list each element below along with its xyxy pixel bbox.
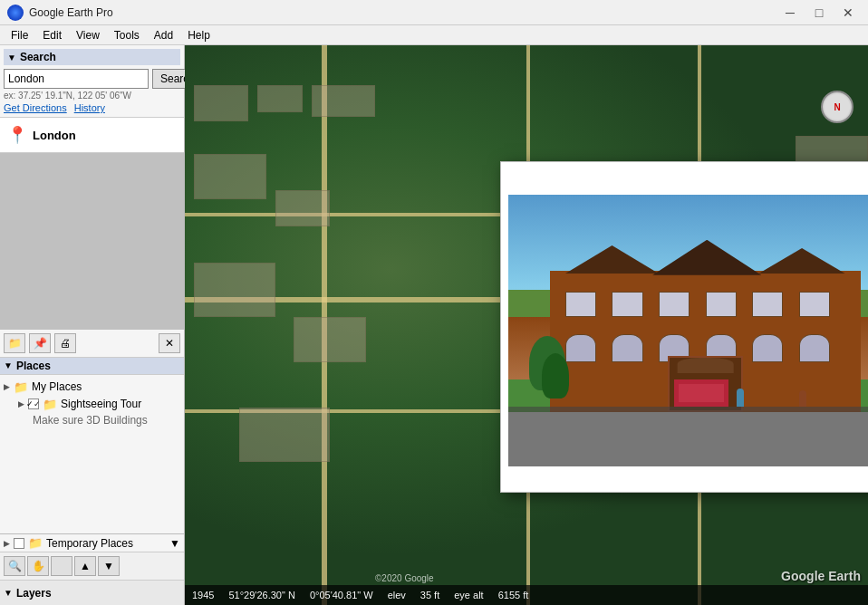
add-folder-button[interactable]: 📁 [4, 333, 25, 353]
app-title: Google Earth Pro [29, 6, 113, 19]
map-area[interactable]: ⊞ ⭐ ⬡ 〰 🖼 ⬟ 🌐 🏔 ✉ 🖨 📷 📏 🌍 [185, 45, 868, 605]
temp-folder-icon: 📁 [28, 536, 43, 550]
popup-image-area: ▲ ▼ [501, 187, 868, 474]
window-controls: ─ □ ✕ [777, 4, 861, 22]
my-places-label: My Places [32, 380, 82, 393]
block-7 [294, 317, 366, 362]
menu-file[interactable]: File [4, 27, 35, 43]
places-header[interactable]: ▼ Places [0, 358, 184, 375]
print-button[interactable]: 🖨 [54, 333, 76, 353]
menu-add[interactable]: Add [147, 27, 180, 43]
places-tree: ▶ 📁 My Places ▶ ✓ 📁 Sightseeing Tour Mak… [0, 375, 184, 534]
entrance-arch [677, 358, 734, 374]
menu-tools[interactable]: Tools [107, 27, 147, 43]
eye-alt-label: eye alt [454, 590, 483, 600]
left-panel: ▼ Search Search ex: 37.25' 19.1"N, 122 0… [0, 45, 185, 605]
temp-places-checkbox[interactable] [14, 538, 24, 549]
search-hint: ex: 37.25' 19.1"N, 122 05' 06"W [4, 91, 180, 101]
block-6 [194, 263, 275, 317]
photo-popup: ✕ [500, 161, 868, 493]
result-location-label: London [33, 129, 76, 142]
menu-edit[interactable]: Edit [35, 27, 69, 43]
window-1 [565, 292, 596, 317]
blank-button[interactable] [51, 556, 72, 576]
folder-icon: 📁 [14, 380, 28, 394]
search-input[interactable] [4, 69, 149, 89]
temp-places-label: Temporary Places [46, 537, 133, 550]
window-5 [752, 292, 783, 317]
search-spacer [0, 153, 184, 330]
expand-icon: ▶ [4, 382, 10, 391]
nav-buttons: 🔍 ✋ ▲ ▼ [0, 552, 184, 580]
window-4 [706, 292, 737, 317]
close-button[interactable]: ✕ [835, 4, 861, 22]
tree-2 [542, 353, 569, 399]
nav-and-temp: ▶ 📁 Temporary Places ▼ 🔍 ✋ ▲ ▼ [0, 533, 184, 580]
arch-window-1 [565, 334, 596, 362]
road-layer [508, 412, 868, 466]
eye-alt-value: 6155 ft [498, 590, 529, 600]
maximize-button[interactable]: □ [806, 4, 832, 22]
search-header[interactable]: ▼ Search [4, 49, 180, 65]
layers-header-label: Layers [16, 587, 52, 600]
menu-bar: File Edit View Tools Add Help [0, 25, 868, 45]
app-logo-icon [7, 5, 24, 21]
places-toolbar: 📁 📌 🖨 ✕ [0, 330, 184, 358]
sightseeing-folder-icon: 📁 [43, 398, 57, 411]
block-4 [194, 154, 266, 199]
sightseeing-sub: Make sure 3D Buildings [4, 413, 180, 427]
compass[interactable]: N [821, 91, 854, 123]
hand-button[interactable]: ✋ [27, 556, 49, 576]
search-collapse-icon: ▼ [7, 53, 16, 62]
sign-banner [674, 379, 728, 407]
window-2 [612, 292, 642, 317]
temp-scroll-btn[interactable]: ▼ [169, 537, 180, 550]
block-2 [257, 85, 303, 112]
get-directions-link[interactable]: Get Directions [4, 102, 67, 113]
coordinates-lon: 0°05'40.81" W [310, 590, 373, 600]
my-places-item[interactable]: ▶ 📁 My Places [4, 379, 180, 396]
block-5 [275, 190, 330, 226]
layers-collapse-icon: ▼ [4, 588, 13, 598]
places-header-label: Places [16, 360, 51, 372]
minimize-button[interactable]: ─ [777, 4, 803, 22]
up-button[interactable]: ▲ [74, 556, 96, 576]
elevation-value: 35 ft [420, 590, 439, 600]
person-2 [799, 390, 806, 407]
block-1 [194, 85, 248, 121]
down-button[interactable]: ▼ [98, 556, 120, 576]
search-result-area: 📍 London [0, 118, 184, 153]
compass-n-label: N [834, 102, 840, 112]
arch-window-2 [612, 334, 642, 362]
places-close-button[interactable]: ✕ [159, 333, 180, 353]
expand-icon-temp: ▶ [4, 539, 10, 548]
google-earth-logo: Google Earth [781, 569, 861, 583]
search-section: ▼ Search Search ex: 37.25' 19.1"N, 122 0… [0, 45, 184, 118]
sightseeing-checkbox[interactable]: ✓ [28, 399, 39, 409]
elevation-label: elev [388, 590, 406, 600]
add-placemark-button[interactable]: 📌 [29, 333, 51, 353]
popup-header: ✕ [501, 162, 868, 187]
layers-section[interactable]: ▼ Layers [0, 580, 184, 605]
history-link[interactable]: History [74, 102, 105, 113]
expand-icon-sight: ▶ [18, 399, 24, 408]
coordinates-lat: 51°29'26.30" N [228, 590, 294, 600]
menu-help[interactable]: Help [180, 27, 217, 43]
window-6 [799, 292, 830, 317]
result-item[interactable]: 📍 London [4, 121, 180, 149]
search-row: Search [4, 69, 180, 89]
search-header-label: Search [20, 51, 56, 63]
search-nav-button[interactable]: 🔍 [4, 556, 25, 576]
places-collapse-icon: ▼ [4, 360, 13, 370]
temp-places-item[interactable]: ▶ 📁 Temporary Places ▼ [0, 534, 184, 552]
status-bar: 1945 51°29'26.30" N 0°05'40.81" W elev 3… [185, 585, 868, 605]
main-area: ▼ Search Search ex: 37.25' 19.1"N, 122 0… [0, 45, 868, 605]
popup-building-image [508, 195, 868, 466]
title-bar: Google Earth Pro ─ □ ✕ [0, 0, 868, 25]
places-section: ▼ Places ▶ 📁 My Places ▶ ✓ 📁 Sightseeing… [0, 358, 184, 534]
title-left: Google Earth Pro [7, 5, 113, 21]
sightseeing-item[interactable]: ▶ ✓ 📁 Sightseeing Tour [4, 396, 180, 413]
search-links: Get Directions History [4, 102, 180, 113]
menu-view[interactable]: View [69, 27, 107, 43]
block-3 [312, 85, 375, 117]
